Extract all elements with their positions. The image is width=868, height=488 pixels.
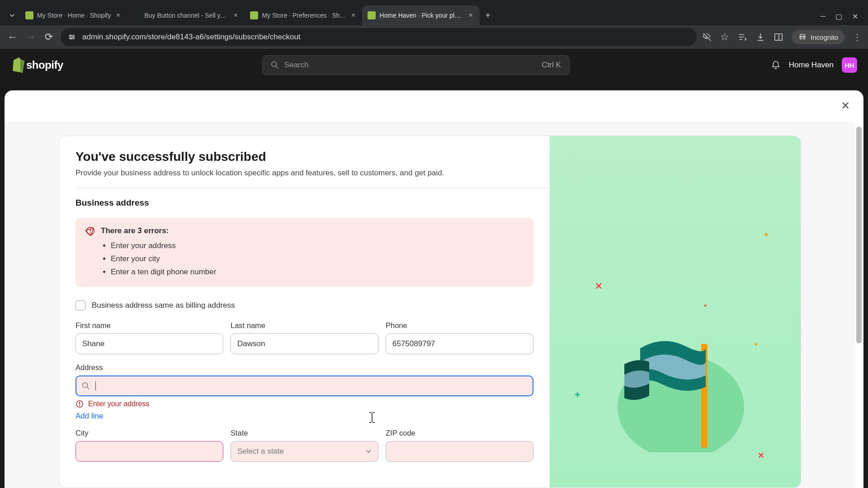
- forward-button[interactable]: →: [24, 31, 37, 43]
- plus-decor-icon: +: [575, 389, 580, 401]
- first-name-label: First name: [75, 321, 223, 330]
- svg-line-14: [87, 387, 90, 389]
- download-icon[interactable]: [755, 32, 765, 42]
- tab-title: Home Haven · Pick your plan · S: [379, 12, 463, 19]
- page-subtitle: Provide your business address to unlock …: [75, 169, 550, 178]
- close-icon[interactable]: ×: [467, 12, 474, 19]
- illustration-pane: ✦ ✕ ○ ✕ ✦ + ✕: [550, 136, 801, 488]
- url-text: admin.shopify.com/store/de8143-a6/settin…: [82, 33, 301, 42]
- shopify-logo[interactable]: shopify: [11, 57, 63, 73]
- x-decor-icon: ✕: [595, 281, 603, 291]
- business-address-form: Business address There are 3 errors: Ent…: [75, 188, 550, 462]
- svg-point-13: [83, 382, 88, 387]
- svg-point-3: [70, 35, 71, 37]
- address-bar[interactable]: admin.shopify.com/store/de8143-a6/settin…: [61, 28, 697, 46]
- same-as-billing-checkbox[interactable]: [75, 300, 85, 310]
- add-line-button[interactable]: Add line: [75, 412, 533, 421]
- svg-point-5: [70, 38, 72, 40]
- tab-title: My Store · Preferences · Shopify: [262, 12, 346, 19]
- state-select[interactable]: Select a state: [231, 441, 378, 462]
- browser-tab-strip: My Store · Home · Shopify × Buy Button c…: [0, 0, 868, 25]
- modal-panel: ✕ You've successfully subscribed Provide…: [5, 90, 863, 488]
- shopify-bag-icon: [11, 57, 24, 73]
- browser-toolbar: ← → ⟳ admin.shopify.com/store/de8143-a6/…: [0, 25, 868, 49]
- app-header: shopify Search Ctrl K Home Haven HH: [0, 49, 868, 81]
- last-name-label: Last name: [231, 321, 378, 330]
- minimize-icon[interactable]: ─: [821, 12, 826, 21]
- browser-tab-0[interactable]: My Store · Home · Shopify ×: [20, 5, 127, 25]
- tab-title: My Store · Home · Shopify: [37, 12, 111, 19]
- first-name-input[interactable]: [75, 333, 223, 354]
- error-banner: There are 3 errors: Enter your address E…: [75, 218, 533, 287]
- scrollbar[interactable]: [856, 127, 862, 343]
- global-search[interactable]: Search Ctrl K: [262, 55, 570, 75]
- close-icon[interactable]: ×: [349, 12, 357, 19]
- logo-text: shopify: [26, 59, 63, 71]
- search-icon: [82, 382, 90, 390]
- close-icon[interactable]: ×: [114, 12, 122, 19]
- incognito-icon: [798, 33, 807, 42]
- side-panel-icon[interactable]: [774, 32, 783, 42]
- svg-point-4: [73, 36, 75, 38]
- x-decor-icon: ✕: [703, 303, 707, 308]
- address-label: Address: [75, 363, 533, 372]
- error-icon: [85, 226, 95, 236]
- svg-point-12: [90, 232, 91, 233]
- chrome-tab-dropdown[interactable]: [5, 5, 20, 25]
- maximize-icon[interactable]: ▢: [835, 12, 842, 21]
- site-settings-icon: [68, 33, 76, 41]
- avatar-initials: HH: [844, 61, 854, 69]
- eye-off-icon[interactable]: [702, 32, 712, 42]
- new-tab-button[interactable]: +: [480, 10, 496, 21]
- playlist-icon[interactable]: [737, 32, 747, 42]
- state-placeholder: Select a state: [237, 447, 284, 456]
- last-name-input[interactable]: [231, 333, 378, 354]
- address-error-text: Enter your address: [88, 400, 149, 408]
- bookmark-icon[interactable]: ☆: [720, 31, 729, 43]
- store-name[interactable]: Home Haven: [789, 61, 834, 70]
- zip-input[interactable]: [386, 441, 533, 462]
- back-button[interactable]: ←: [6, 31, 19, 43]
- reload-button[interactable]: ⟳: [42, 31, 55, 43]
- error-heading: There are 3 errors:: [101, 226, 169, 235]
- browser-tab-1[interactable]: Buy Button channel - Sell your ×: [127, 5, 245, 25]
- svg-rect-6: [775, 34, 783, 41]
- phone-input[interactable]: [386, 333, 533, 354]
- x-decor-icon: ✕: [758, 450, 764, 460]
- avatar[interactable]: HH: [842, 57, 857, 73]
- incognito-label: Incognito: [811, 33, 838, 41]
- close-modal-button[interactable]: ✕: [841, 99, 850, 112]
- zip-label: ZIP code: [386, 429, 533, 437]
- svg-line-9: [276, 66, 278, 69]
- kebab-menu-icon[interactable]: ⋮: [853, 32, 862, 42]
- close-window-icon[interactable]: ✕: [852, 12, 858, 21]
- error-item[interactable]: Enter your address: [111, 239, 524, 253]
- error-icon: [75, 400, 84, 408]
- incognito-badge[interactable]: Incognito: [792, 30, 844, 44]
- error-item[interactable]: Enter your city: [111, 253, 524, 266]
- browser-tab-2[interactable]: My Store · Preferences · Shopify ×: [245, 5, 362, 25]
- chevron-down-icon: [9, 12, 15, 19]
- svg-point-17: [79, 405, 80, 406]
- address-input[interactable]: [75, 375, 533, 396]
- svg-point-8: [272, 62, 277, 67]
- phone-label: Phone: [386, 321, 533, 330]
- flag-illustration: [590, 317, 744, 452]
- favicon-icon: [250, 11, 258, 19]
- same-as-billing-label: Business address same as billing address: [92, 301, 235, 310]
- page-title: You've successfully subscribed: [75, 150, 550, 164]
- error-item[interactable]: Enter a ten digit phone number: [111, 266, 524, 279]
- form-section-title: Business address: [75, 198, 533, 208]
- circle-decor-icon: ○: [654, 292, 657, 298]
- favicon-icon: [368, 11, 376, 19]
- browser-tab-3[interactable]: Home Haven · Pick your plan · S ×: [362, 5, 480, 25]
- close-icon[interactable]: ×: [232, 12, 239, 19]
- chevron-down-icon: [365, 448, 372, 455]
- notifications-icon[interactable]: [771, 60, 781, 70]
- city-input[interactable]: [75, 441, 223, 462]
- search-shortcut: Ctrl K: [542, 61, 561, 70]
- sparkle-icon: ✦: [754, 342, 758, 347]
- text-caret: [95, 381, 96, 390]
- window-controls: ─ ▢ ✕: [811, 12, 868, 25]
- favicon-icon: [25, 11, 33, 19]
